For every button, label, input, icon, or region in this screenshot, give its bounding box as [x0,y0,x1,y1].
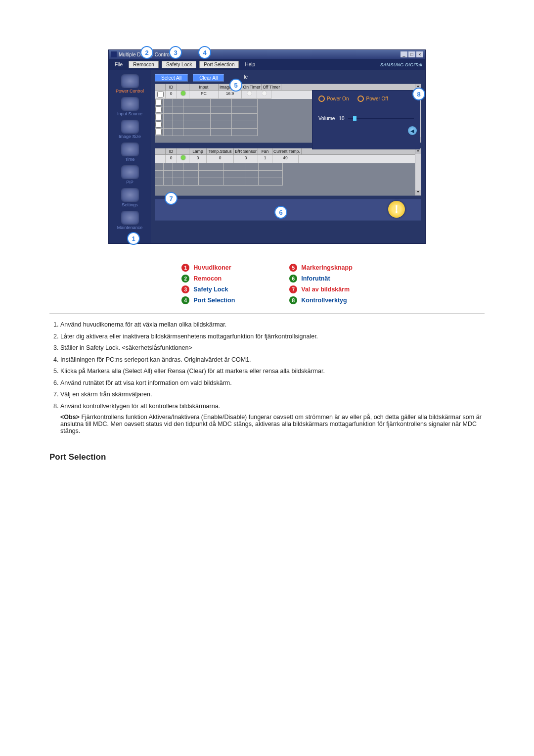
legend-item: 8 Kontrollverktyg [289,296,353,304]
sidebar-item-label: Power Control [116,89,144,94]
scroll-down-icon[interactable]: ▼ [415,190,421,195]
status-strip: ! [155,199,421,221]
obs-text: Fjärrkontrollens funktion Aktivera/Inakt… [60,414,482,434]
menu-port-selection[interactable]: Port Selection [199,61,239,68]
control-panel: Power On Power Off Volume 10 [312,90,420,149]
power-off-radio[interactable]: Power Off [357,95,388,102]
row-checkbox[interactable] [155,99,162,105]
callout-7: 7 [165,192,178,205]
divider [49,313,485,314]
legend-label: Val av bildskärm [301,286,350,293]
sidebar-item-label: Maintenance [117,225,143,230]
note-item: Välj en skärm från skärmväljaren. [60,390,485,399]
note-item: Låter dig aktivera eller inaktivera bild… [60,332,485,341]
volume-slider[interactable] [348,118,414,119]
sidebar-item-power-control[interactable]: Power Control [111,73,148,94]
legend-num-icon: 1 [181,264,189,272]
speaker-icon[interactable]: ◀ [408,126,417,135]
row-checkbox[interactable] [157,91,164,97]
power-control-icon [121,74,139,88]
slider-thumb[interactable] [353,116,356,121]
legend-label: Remocon [193,275,222,282]
sidebar-item-input-source[interactable]: Input Source [111,96,148,117]
menu-remocon[interactable]: Remocon [129,61,159,68]
settings-icon [121,188,139,202]
legend-num-icon: 2 [181,275,189,283]
row-checkbox[interactable] [155,114,162,120]
legend-label: Inforutnät [301,275,330,282]
pip-icon [121,165,139,179]
note-item: Använd huvudikonerna för att växla mella… [60,321,485,330]
row-checkbox[interactable] [155,121,162,128]
legend-num-icon: 6 [289,275,297,283]
app-window: 2 3 4 5 1 7 6 8 Multiple Display Control… [108,49,426,244]
note-item: Klicka på Markera alla (Select All) elle… [60,367,485,376]
select-all-button[interactable]: Select All [155,74,188,82]
legend-num-icon: 7 [289,285,297,293]
warning-icon: ! [388,201,405,218]
menu-file[interactable]: File [112,61,126,68]
callout-6: 6 [274,206,287,219]
power-on-radio[interactable]: Power On [318,95,349,102]
sidebar-item-label: Settings [122,202,138,207]
maximize-icon[interactable]: □ [408,51,415,57]
info-scrollbar[interactable]: ▲ ▼ [415,148,421,195]
sidebar-item-label: Time [125,157,135,162]
time-icon [121,142,139,156]
sidebar-item-label: PIP [126,180,134,185]
cell-image-size: 16:9 [219,91,242,99]
maintenance-icon [121,211,139,225]
menu-safety-lock[interactable]: Safety Lock [162,61,196,68]
legend-label: Safety Lock [193,286,228,293]
sidebar: Power Control Input Source Image Size Ti… [109,70,151,243]
legend-item: 5 Markeringsknapp [289,264,353,272]
legend-num-icon: 3 [181,285,189,293]
row-checkbox[interactable] [155,129,162,135]
sidebar-item-maintenance[interactable]: Maintenance [111,210,148,231]
timer-off-icon [247,91,252,95]
minimize-icon[interactable]: _ [400,51,407,57]
radio-icon [357,95,364,102]
power-on-icon [181,155,185,160]
obs-label: <Obs> [60,414,80,421]
close-icon[interactable]: × [416,51,423,57]
info-row: 0 0 0 0 1 49 [155,155,421,163]
cell-id: 0 [166,155,177,163]
legend-num-icon: 5 [289,264,297,272]
radio-icon [318,95,325,102]
legend-item: 7 Val av bildskärm [289,285,353,293]
sidebar-item-pip[interactable]: PIP [111,164,148,186]
legend-item: 6 Inforutnät [289,275,353,283]
menubar: File Remocon Safety Lock Port Selection … [109,59,425,70]
power-on-icon [181,91,185,95]
cell-current-temp: 49 [272,155,299,163]
legend-num-icon: 8 [289,296,297,304]
section-heading: Port Selection [49,452,485,462]
obs-block: <Obs> Fjärrkontrollens funktion Aktivera… [60,414,485,434]
note-item: Inställningen för PC:ns serieport kan än… [60,356,485,365]
cell-input: PC [189,91,219,99]
callout-5: 5 [229,79,242,92]
sidebar-item-image-size[interactable]: Image Size [111,119,148,140]
mode-partial-label: le [244,74,248,82]
window-titlebar: Multiple Display Control _ □ × [109,50,425,59]
cell-fan: 1 [258,155,272,163]
cell-br-sensor: 0 [234,155,258,163]
row-checkbox[interactable] [155,106,162,113]
sidebar-item-time[interactable]: Time [111,142,148,163]
power-on-label: Power On [327,96,349,101]
timer-off-icon [262,91,267,95]
screenshot-figure: 2 3 4 5 1 7 6 8 Multiple Display Control… [49,49,485,244]
legend-item: 4 Port Selection [181,296,235,304]
clear-all-button[interactable]: Clear All [193,74,224,82]
menu-help[interactable]: Help [242,61,258,68]
legend-label: Kontrollverktyg [301,297,347,304]
cell-id: 0 [166,91,177,99]
legend-label: Port Selection [193,297,235,304]
sidebar-item-label: Input Source [117,111,142,116]
legend-item: 1 Huvudikoner [181,264,235,272]
brand-label: SAMSUNG DIGITall [380,62,422,67]
legend-item: 2 Remocon [181,275,235,283]
sidebar-item-settings[interactable]: Settings [111,187,148,208]
sidebar-item-label: Image Size [119,134,141,139]
